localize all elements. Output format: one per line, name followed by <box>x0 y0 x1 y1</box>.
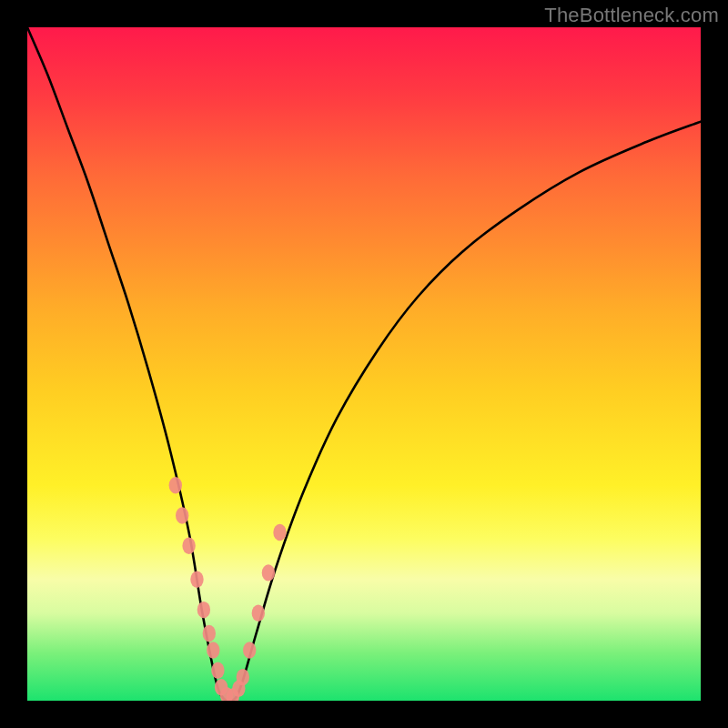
curve-layer <box>27 27 701 701</box>
sample-dot <box>203 625 216 642</box>
sample-dot <box>207 642 219 658</box>
sample-dot <box>262 564 275 581</box>
sample-dot <box>252 605 265 622</box>
sample-dot <box>197 602 210 618</box>
watermark-text: TheBottleneck.com <box>544 4 719 27</box>
sample-dot <box>243 642 256 658</box>
bottleneck-curve <box>27 27 701 701</box>
sample-dot <box>211 662 224 679</box>
chart-frame: TheBottleneck.com <box>0 0 728 728</box>
sample-dot <box>237 669 249 685</box>
plot-area <box>27 27 701 701</box>
sample-dot <box>176 507 188 523</box>
sample-dot <box>169 477 182 493</box>
sample-dot <box>190 571 203 588</box>
sample-dot <box>182 538 195 554</box>
sample-dot <box>273 524 286 541</box>
